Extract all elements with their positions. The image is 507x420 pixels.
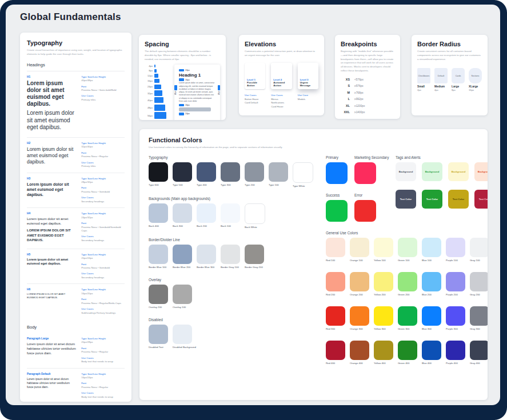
spacing-chip-bottom: 24px	[179, 113, 215, 115]
breakpoint-row: XS<576px	[341, 78, 394, 81]
spacing-step: 56px	[145, 112, 170, 119]
spec-use-group: Use CasesSecondary headings	[81, 272, 125, 279]
spacing-chip-icon	[179, 69, 184, 72]
tag-textcolor-swatch: Text Color	[448, 190, 469, 209]
elevation-example-card: Level 1Possible Action	[245, 63, 265, 89]
color-swatch-name: Gray 100	[470, 259, 488, 262]
spacing-step-label: 12px	[145, 74, 153, 77]
color-single: Error	[354, 193, 376, 222]
spec-font-group: FontProxima Nova • Semibold	[81, 186, 125, 194]
radius-swatch-label: Checkboxes	[418, 75, 430, 77]
spec-font-group: FontProxima Nova • Semi-bold/Bold	[81, 85, 125, 93]
color-swatch-name: Type 500	[173, 183, 192, 186]
color-swatch-cell: Border Blue 200	[173, 245, 192, 269]
radius-swatch: Default	[434, 68, 448, 83]
spacing-step-bar	[154, 74, 158, 78]
color-swatch-cell: Disabled Text	[149, 325, 168, 349]
spacing-step: 16px	[145, 79, 170, 83]
general-color-rows: Red 100Orange 100Yellow 100Green 100Blue…	[326, 238, 478, 365]
spec-font-value: Proxima Nova • Semi-bold/Bold	[81, 89, 125, 92]
spec-use-value: Body text that needs to wrap	[81, 395, 125, 399]
color-swatch-cell: Blue 400	[422, 341, 441, 365]
elevations-card: Elevations Communicates a potential inte…	[239, 35, 324, 115]
typography-entry: H5Lorem ipsum dolor sit amet euismod ege…	[27, 249, 125, 284]
breakpoint-label: L	[341, 97, 350, 101]
color-swatch-name: Type 100	[269, 183, 288, 186]
color-swatch-name: Red 300	[326, 327, 345, 330]
color-swatch	[173, 285, 192, 304]
type-sample-text: Lorem ipsum dolor sit amet euismod eget …	[27, 146, 77, 165]
color-swatch	[374, 306, 393, 326]
radius-items: CheckboxesSmall2pxDefaultMedium4pxCardsL…	[417, 68, 482, 91]
color-swatch	[446, 272, 465, 291]
color-group: TypographyType 600Type 500Type 400Type 3…	[149, 155, 316, 187]
elevation-level: Level 2Activated ActionUse CasesMenusNot…	[271, 63, 292, 109]
spacing-body: 4px8px12px16px24px32px40px48px56px64px 2…	[145, 65, 220, 120]
spacing-scale: 4px8px12px16px24px32px40px48px56px64px	[145, 65, 170, 120]
color-swatch-name: Yellow 400	[374, 362, 393, 365]
color-swatch	[173, 325, 192, 344]
spec-size-label: Type Size/Line Height	[81, 75, 125, 78]
spacing-step-label: 24px	[145, 85, 153, 88]
color-swatch-cell: Type White	[293, 162, 312, 187]
color-swatch-name: Blue 100	[422, 259, 441, 262]
color-swatch	[446, 306, 465, 326]
color-swatch-cell: Border Blue 100	[149, 245, 168, 269]
color-swatch-row: Overlay 200Overlay 100	[149, 285, 316, 309]
color-swatch-row: Disabled TextDisabled Background	[149, 325, 316, 349]
spacing-chip-icon	[179, 104, 184, 107]
brand-colors-column: PrimaryMarketing Secondary SuccessError	[326, 155, 390, 222]
color-swatch	[470, 341, 488, 360]
color-swatch	[269, 162, 288, 182]
typography-entry: H1Lorem ipsum dolor sit amet euismod ege…	[27, 71, 125, 137]
page-title: Global Fundamentals	[20, 11, 121, 23]
spec-font-label: Font	[81, 151, 125, 154]
color-swatch-cell: Blue 200	[422, 272, 441, 296]
spec-size-value: 20px/28px	[81, 341, 125, 344]
color-swatch-cell: Red 300	[326, 306, 345, 330]
spec-font-value: Proxima Nova • Semibold	[81, 190, 125, 194]
color-swatch-cell: Type 300	[221, 162, 240, 187]
radius-value: 4px	[434, 89, 448, 91]
spec-size-group: Type Size/Line Height20px/28px	[81, 337, 125, 345]
elevation-action-label: Urgent Message	[300, 81, 316, 87]
color-single-label: Primary	[326, 155, 348, 159]
color-swatch-name: Border Blue 100	[149, 266, 168, 269]
color-single-label: Error	[354, 193, 376, 197]
spec-use-label: Use Cases	[81, 307, 125, 310]
typography-entry-specs: Type Size/Line Height40px/48pxFontProxim…	[81, 75, 125, 133]
color-swatch-name: Border Blue 300	[197, 266, 216, 269]
color-swatch	[197, 245, 216, 264]
spec-font-value: Proxima Nova • Regular/Bold+Caps	[81, 302, 125, 305]
spacing-chip-after-heading: 16px	[179, 78, 215, 81]
color-single-label: Success	[326, 193, 348, 197]
spacing-step-label: 40px	[145, 99, 153, 102]
tag-backgrounds-row: BackgroundBackgroundBackgroundBackground	[396, 162, 488, 181]
spacing-example-card: 24px Heading 1 16px Lorem ipsum dolor si…	[174, 65, 220, 120]
color-swatch-cell: Purple 200	[446, 272, 465, 296]
spec-size-value: 16px/24px	[81, 376, 125, 379]
spec-size-value: 40px/48px	[81, 79, 125, 82]
color-swatch	[470, 306, 488, 326]
breakpoint-label: M	[341, 91, 350, 94]
color-swatch-name: Purple 100	[446, 259, 465, 262]
spec-use-value: Secondary headings	[81, 200, 125, 203]
color-swatch-cell: Type 600	[149, 162, 168, 187]
color-swatch	[245, 203, 265, 224]
typography-entry-specs: Type Size/Line Height16px/24pxFontProxim…	[81, 373, 125, 399]
typography-entry: Paragraph DefaultLorem ipsum dolor sit a…	[27, 368, 125, 402]
spacing-example-body: Lorem ipsum dolor sit amet, consectetur …	[179, 82, 215, 103]
border-radius-card-description: Create consistent corners for all contai…	[417, 50, 482, 61]
spec-size-label: Type Size/Line Height	[81, 142, 125, 145]
spec-size-value: 20px/24px	[81, 257, 125, 260]
spec-font-group: FontProxima Nova • Regular	[81, 347, 125, 354]
functional-colors-card: Functional Colors Use functional colors …	[139, 129, 488, 400]
typography-entry-samples: H5Lorem ipsum dolor sit amet euismod ege…	[27, 253, 77, 280]
app-frame: Global Fundamentals Typography Create vi…	[0, 0, 507, 420]
color-swatch	[197, 203, 216, 223]
breakpoint-value: ≥1200px	[354, 105, 365, 107]
color-swatch	[422, 341, 441, 360]
body-section-label: Body	[27, 325, 125, 333]
body-entries: Paragraph LargeLorem ipsum dolor sit ame…	[27, 333, 125, 402]
spacing-chip-label: 24px	[185, 69, 190, 71]
